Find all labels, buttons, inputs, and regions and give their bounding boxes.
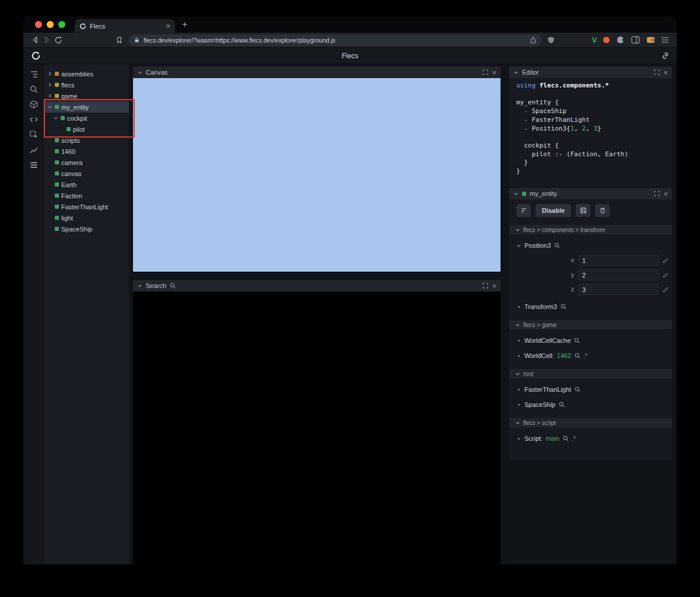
position3-x-input[interactable]: 1	[578, 255, 659, 266]
reload-icon[interactable]	[52, 35, 64, 45]
filter-button[interactable]	[516, 204, 531, 217]
inspector-section-header[interactable]: flecs > components > transform	[509, 225, 672, 234]
tree-item-my_entity[interactable]: my_entity	[44, 101, 129, 113]
address-bar[interactable]: flecs.dev/explorer/?wasm=https://www.fle…	[128, 34, 542, 46]
tree-item-cockpit[interactable]: cockpit	[44, 113, 129, 124]
tree-item-FasterThanLight[interactable]: FasterThanLight	[44, 201, 129, 212]
inspector-section-header[interactable]: flecs > script	[509, 418, 672, 427]
chevron-down-icon[interactable]	[513, 70, 519, 75]
search-icon[interactable]	[561, 304, 566, 310]
edit-pencil-icon[interactable]	[663, 272, 668, 278]
component-row-spaceship[interactable]: •SpaceShip	[509, 397, 672, 412]
chevron-down-icon[interactable]	[137, 283, 142, 289]
tree-item-SpaceShip[interactable]: SpaceShip	[44, 223, 129, 234]
close-icon[interactable]: ×	[492, 282, 496, 290]
stats-icon[interactable]	[27, 145, 40, 155]
forward-icon[interactable]	[41, 35, 52, 45]
entity-color-icon	[55, 171, 59, 175]
bookmark-icon[interactable]	[113, 35, 125, 45]
wallet-icon[interactable]	[646, 36, 655, 44]
component-name: Transform3	[524, 303, 557, 310]
save-button[interactable]	[576, 204, 590, 217]
back-icon[interactable]	[29, 35, 41, 45]
component-row-fasterthanlight[interactable]: •FasterThanLight	[509, 382, 672, 397]
render-canvas[interactable]	[133, 78, 501, 272]
search-icon[interactable]	[575, 387, 580, 392]
share-icon[interactable]	[530, 36, 537, 44]
brave-shield-icon[interactable]	[545, 35, 557, 45]
browser-tab[interactable]: Flecs ×	[75, 19, 175, 33]
search-icon[interactable]	[554, 243, 560, 248]
tree-item-Earth[interactable]: Earth	[44, 179, 129, 190]
disable-button[interactable]: Disable	[536, 204, 571, 217]
tree-item-camera[interactable]: camera	[44, 157, 129, 168]
menu-icon[interactable]	[662, 37, 668, 43]
search-results-area[interactable]	[133, 292, 501, 564]
inspector-section-rows: Position3x1y2z3•Transform3	[509, 234, 672, 320]
component-name: WorldCell:	[524, 352, 554, 359]
search-icon[interactable]	[27, 84, 40, 94]
tab-close-icon[interactable]: ×	[166, 22, 170, 30]
close-window-button[interactable]	[35, 21, 42, 28]
chevron-down-icon[interactable]	[137, 70, 142, 75]
tree-item-1460[interactable]: 1460	[44, 146, 129, 157]
edit-pencil-icon[interactable]	[663, 287, 668, 293]
sidebar-toggle-icon[interactable]	[631, 36, 640, 44]
tree-item-label: light	[61, 215, 73, 222]
bullet-icon: •	[516, 387, 522, 393]
orange-extension-icon[interactable]	[603, 37, 610, 43]
component-row-transform3[interactable]: •Transform3	[509, 299, 672, 314]
tree-item-light[interactable]: light	[44, 212, 129, 223]
chevron-down-icon[interactable]	[513, 191, 519, 196]
tree-item-pilot[interactable]: pilot	[44, 124, 129, 135]
component-row-worldcellcache[interactable]: •WorldCellCache	[509, 333, 672, 348]
editor-code[interactable]: using flecs.components.* my_entity { - S…	[509, 78, 672, 187]
extensions-puzzle-icon[interactable]	[616, 36, 625, 44]
position3-z-input[interactable]: 3	[578, 284, 659, 295]
v-extension-icon[interactable]: V	[592, 36, 597, 44]
edit-pencil-icon[interactable]	[663, 258, 668, 264]
component-row-worldcell[interactable]: •WorldCell:1462.*	[509, 348, 672, 363]
expand-icon[interactable]	[482, 283, 488, 289]
component-row-position3[interactable]: Position3	[509, 238, 672, 253]
inspector-section-header[interactable]: flecs > game	[509, 320, 672, 329]
search-icon[interactable]	[563, 436, 569, 441]
tree-item-flecs[interactable]: flecs	[44, 79, 129, 90]
zoom-window-button[interactable]	[58, 21, 65, 28]
code-icon[interactable]	[27, 114, 40, 125]
tree-item-Faction[interactable]: Faction	[44, 190, 129, 201]
entity-color-icon	[55, 138, 59, 142]
close-icon[interactable]: ×	[663, 190, 668, 198]
tree-item-canvas[interactable]: canvas	[44, 168, 129, 179]
inspector-section-header[interactable]: root	[509, 369, 672, 378]
delete-button[interactable]	[595, 204, 610, 217]
chevron-right-icon[interactable]	[47, 82, 52, 87]
chevron-right-icon[interactable]	[47, 71, 52, 76]
search-icon[interactable]	[559, 402, 565, 408]
table-icon[interactable]	[27, 160, 40, 170]
package-icon[interactable]	[27, 99, 40, 110]
inspect-icon[interactable]	[27, 129, 40, 140]
close-icon[interactable]: ×	[492, 69, 496, 76]
close-icon[interactable]: ×	[663, 69, 668, 76]
chevron-down-icon[interactable]	[53, 115, 58, 121]
search-icon[interactable]	[574, 338, 580, 343]
position3-y-input[interactable]: 2	[578, 269, 659, 280]
chevron-down-icon[interactable]	[47, 104, 52, 110]
new-tab-button[interactable]: +	[182, 20, 187, 29]
expand-icon[interactable]	[654, 69, 660, 75]
expand-icon[interactable]	[654, 191, 660, 196]
tree-item-assemblies[interactable]: assemblies	[44, 68, 129, 79]
expand-icon[interactable]	[482, 69, 488, 75]
section-path: flecs > script	[523, 420, 556, 426]
component-row-script[interactable]: •Script:main.*	[509, 431, 672, 446]
share-link-icon[interactable]	[661, 51, 670, 60]
arrow-spacer	[59, 127, 64, 132]
search-icon[interactable]	[575, 353, 580, 359]
chevron-right-icon[interactable]	[47, 93, 52, 99]
minimize-window-button[interactable]	[47, 21, 54, 28]
tree-item-game[interactable]: game	[44, 90, 129, 101]
code-line: }	[516, 159, 667, 167]
tree-item-scripts[interactable]: scripts	[44, 135, 129, 146]
tree-view-icon[interactable]	[27, 69, 40, 79]
